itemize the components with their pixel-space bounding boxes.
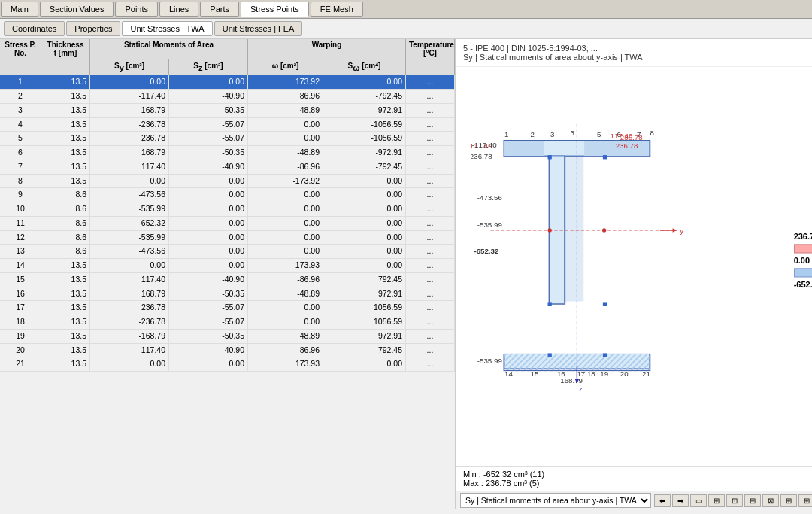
cell-sy: 236.78	[90, 132, 169, 145]
top-nav-tab-parts[interactable]: Parts	[200, 2, 239, 17]
header-no: Stress P.No.	[0, 39, 41, 59]
cell-sw: -792.45	[323, 90, 406, 103]
cell-sw: -1056.59	[323, 118, 406, 132]
table-row[interactable]: 17 13.5 236.78 -55.07 0.00 1056.59 ...	[0, 301, 455, 315]
legend-color-pink	[794, 244, 812, 253]
legend-item-1: 7.93 %	[794, 244, 812, 253]
cell-temp: ...	[406, 75, 455, 89]
svg-point-47	[548, 228, 552, 232]
cell-no: 20	[0, 344, 41, 357]
header-stat-moments: Statical Moments of Area	[90, 39, 248, 59]
diagram-info: 5 - IPE 400 | DIN 1025-5:1994-03; ... Sy…	[456, 39, 812, 67]
cell-t: 8.6	[41, 188, 90, 202]
cell-temp: ...	[406, 330, 455, 343]
icon-btn-6[interactable]: ⊠	[762, 494, 779, 507]
bottom-info: Min : -652.32 cm³ (11) Max : 236.78 cm³ …	[456, 466, 812, 491]
th-w: ω [cm²]	[248, 59, 323, 75]
cell-sy: -236.78	[90, 315, 169, 329]
cell-temp: ...	[406, 287, 455, 301]
top-nav-tab-fe-mesh[interactable]: FE Mesh	[311, 2, 363, 17]
table-row[interactable]: 13 8.6 -473.56 0.00 0.00 0.00 ...	[0, 245, 455, 259]
header-thickness: Thicknesst [mm]	[41, 39, 90, 59]
table-row[interactable]: 3 13.5 -168.79 -50.35 48.89 -972.91 ...	[0, 104, 455, 118]
svg-text:8: 8	[650, 129, 654, 137]
cell-sw: 792.45	[323, 344, 406, 357]
cell-t: 8.6	[41, 231, 90, 245]
table-row[interactable]: 8 13.5 0.00 0.00 -173.92 0.00 ...	[0, 175, 455, 189]
table-row[interactable]: 2 13.5 -117.40 -40.90 86.96 -792.45 ...	[0, 90, 455, 104]
svg-text:-535.99: -535.99	[477, 357, 502, 365]
table-row[interactable]: 1 13.5 0.00 0.00 173.92 0.00 ...	[0, 75, 455, 90]
table-row[interactable]: 12 8.6 -535.99 0.00 0.00 0.00 ...	[0, 231, 455, 245]
cell-no: 4	[0, 118, 41, 132]
icon-btn-4[interactable]: ⊡	[726, 494, 743, 507]
cell-sy: 0.00	[90, 357, 169, 371]
header-warping: Warping	[248, 39, 406, 59]
cell-sz: -50.35	[169, 287, 248, 301]
top-nav-tab-lines[interactable]: Lines	[159, 2, 198, 17]
cell-no: 21	[0, 357, 41, 371]
cell-w: -86.96	[248, 273, 323, 287]
icon-btn-table[interactable]: ⊞	[798, 494, 812, 507]
cell-sz: 0.00	[169, 231, 248, 245]
cell-t: 13.5	[41, 175, 90, 188]
table-row[interactable]: 21 13.5 0.00 0.00 173.93 0.00 ...	[0, 357, 455, 372]
left-panel: Stress P.No. Thicknesst [mm] Statical Mo…	[0, 39, 456, 509]
svg-rect-49	[548, 155, 552, 159]
cell-sy: 0.00	[90, 259, 169, 272]
svg-text:-236.78: -236.78	[471, 152, 492, 160]
cell-sz: -55.07	[169, 118, 248, 132]
table-row[interactable]: 11 8.6 -652.32 0.00 0.00 0.00 ...	[0, 217, 455, 231]
table-row[interactable]: 6 13.5 168.79 -50.35 -48.89 -972.91 ...	[0, 146, 455, 160]
cell-temp: ...	[406, 175, 455, 188]
icon-btn-1[interactable]: ⬅	[654, 494, 671, 507]
top-nav-tab-main[interactable]: Main	[1, 2, 38, 17]
sub-nav-tab-unit-stresses---fea[interactable]: Unit Stresses | FEA	[214, 21, 303, 36]
diagram-select[interactable]: Sy | Statical moments of area about y-ax…	[460, 493, 651, 508]
legend-val2: 0.00	[794, 256, 812, 265]
cell-sy: -535.99	[90, 231, 169, 245]
top-nav-tab-stress-points[interactable]: Stress Points	[241, 2, 309, 17]
cell-sz: -40.90	[169, 273, 248, 287]
icon-btn-7[interactable]: ⊞	[780, 494, 797, 507]
table-row[interactable]: 14 13.5 0.00 0.00 -173.93 0.00 ...	[0, 259, 455, 273]
cell-sy: 0.00	[90, 75, 169, 89]
cell-t: 13.5	[41, 104, 90, 117]
cell-sw: 792.45	[323, 273, 406, 287]
table-row[interactable]: 18 13.5 -236.78 -55.07 0.00 1056.59 ...	[0, 315, 455, 330]
cell-no: 2	[0, 90, 41, 103]
cell-no: 10	[0, 202, 41, 216]
bottom-bar: Sy | Statical moments of area about y-ax…	[456, 491, 812, 509]
top-nav-tab-section-values[interactable]: Section Values	[40, 2, 114, 17]
svg-text:3: 3	[550, 130, 554, 138]
cell-sz: -40.90	[169, 344, 248, 357]
cell-no: 19	[0, 330, 41, 343]
cell-t: 13.5	[41, 357, 90, 371]
cell-sy: 168.79	[90, 287, 169, 301]
table-row[interactable]: 4 13.5 -236.78 -55.07 0.00 -1056.59 ...	[0, 118, 455, 132]
table-row[interactable]: 16 13.5 168.79 -50.35 -48.89 972.91 ...	[0, 287, 455, 302]
table-row[interactable]: 5 13.5 236.78 -55.07 0.00 -1056.59 ...	[0, 132, 455, 146]
top-nav-tab-points[interactable]: Points	[115, 2, 158, 17]
table-row[interactable]: 10 8.6 -535.99 0.00 0.00 0.00 ...	[0, 202, 455, 217]
table-sub-headers: Sy [cm³] Sz [cm³] ω [cm²] Sω [cm⁴]	[0, 59, 455, 75]
sub-nav-tab-properties[interactable]: Properties	[66, 21, 120, 36]
icon-btn-3[interactable]: ⊞	[708, 494, 725, 507]
cell-sy: -168.79	[90, 330, 169, 343]
cell-sw: -792.45	[323, 160, 406, 174]
table-row[interactable]: 15 13.5 117.40 -40.90 -86.96 792.45 ...	[0, 273, 455, 287]
diagram-area: y z 1 2 3 3 5 6 7 8 14 15 16	[456, 67, 812, 466]
max-value: Max : 236.78 cm³ (5)	[463, 479, 812, 488]
cell-sz: 0.00	[169, 175, 248, 188]
table-row[interactable]: 7 13.5 117.40 -40.90 -86.96 -792.45 ...	[0, 160, 455, 175]
table-row[interactable]: 19 13.5 -168.79 -50.35 48.89 972.91 ...	[0, 330, 455, 344]
icon-btn-5[interactable]: ⊟	[744, 494, 761, 507]
icon-btn-draw[interactable]: ▭	[690, 494, 707, 507]
sub-nav-tab-coordinates[interactable]: Coordinates	[4, 21, 65, 36]
th-t	[41, 59, 90, 75]
cell-w: 48.89	[248, 330, 323, 343]
table-row[interactable]: 9 8.6 -473.56 0.00 0.00 0.00 ...	[0, 188, 455, 202]
sub-nav-tab-unit-stresses---twa[interactable]: Unit Stresses | TWA	[122, 21, 212, 36]
icon-btn-2[interactable]: ➡	[672, 494, 689, 507]
table-row[interactable]: 20 13.5 -117.40 -40.90 86.96 792.45 ...	[0, 344, 455, 358]
